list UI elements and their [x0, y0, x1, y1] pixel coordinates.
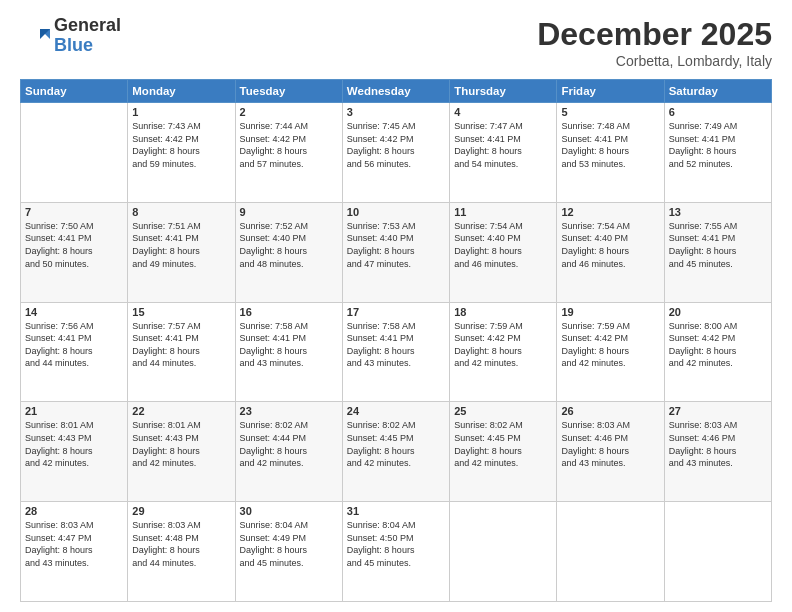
cell-content: Sunrise: 7:59 AM Sunset: 4:42 PM Dayligh…	[561, 320, 659, 370]
day-number: 26	[561, 405, 659, 417]
col-wednesday: Wednesday	[342, 80, 449, 103]
day-number: 1	[132, 106, 230, 118]
table-row: 31Sunrise: 8:04 AM Sunset: 4:50 PM Dayli…	[342, 502, 449, 602]
day-number: 20	[669, 306, 767, 318]
cell-content: Sunrise: 7:49 AM Sunset: 4:41 PM Dayligh…	[669, 120, 767, 170]
day-number: 22	[132, 405, 230, 417]
table-row: 28Sunrise: 8:03 AM Sunset: 4:47 PM Dayli…	[21, 502, 128, 602]
logo-blue: Blue	[54, 36, 121, 56]
cell-content: Sunrise: 7:56 AM Sunset: 4:41 PM Dayligh…	[25, 320, 123, 370]
cell-content: Sunrise: 8:04 AM Sunset: 4:49 PM Dayligh…	[240, 519, 338, 569]
cell-content: Sunrise: 7:57 AM Sunset: 4:41 PM Dayligh…	[132, 320, 230, 370]
svg-rect-0	[20, 21, 50, 51]
page-header: General Blue December 2025 Corbetta, Lom…	[20, 16, 772, 69]
table-row: 9Sunrise: 7:52 AM Sunset: 4:40 PM Daylig…	[235, 202, 342, 302]
calendar-week-row: 21Sunrise: 8:01 AM Sunset: 4:43 PM Dayli…	[21, 402, 772, 502]
table-row	[21, 103, 128, 203]
day-number: 15	[132, 306, 230, 318]
table-row: 20Sunrise: 8:00 AM Sunset: 4:42 PM Dayli…	[664, 302, 771, 402]
cell-content: Sunrise: 8:03 AM Sunset: 4:48 PM Dayligh…	[132, 519, 230, 569]
table-row: 2Sunrise: 7:44 AM Sunset: 4:42 PM Daylig…	[235, 103, 342, 203]
day-number: 10	[347, 206, 445, 218]
table-row: 30Sunrise: 8:04 AM Sunset: 4:49 PM Dayli…	[235, 502, 342, 602]
table-row: 3Sunrise: 7:45 AM Sunset: 4:42 PM Daylig…	[342, 103, 449, 203]
day-number: 4	[454, 106, 552, 118]
table-row	[557, 502, 664, 602]
table-row: 7Sunrise: 7:50 AM Sunset: 4:41 PM Daylig…	[21, 202, 128, 302]
table-row: 1Sunrise: 7:43 AM Sunset: 4:42 PM Daylig…	[128, 103, 235, 203]
day-number: 30	[240, 505, 338, 517]
day-number: 19	[561, 306, 659, 318]
table-row: 12Sunrise: 7:54 AM Sunset: 4:40 PM Dayli…	[557, 202, 664, 302]
day-number: 12	[561, 206, 659, 218]
table-row: 19Sunrise: 7:59 AM Sunset: 4:42 PM Dayli…	[557, 302, 664, 402]
cell-content: Sunrise: 7:51 AM Sunset: 4:41 PM Dayligh…	[132, 220, 230, 270]
calendar-week-row: 14Sunrise: 7:56 AM Sunset: 4:41 PM Dayli…	[21, 302, 772, 402]
cell-content: Sunrise: 7:52 AM Sunset: 4:40 PM Dayligh…	[240, 220, 338, 270]
cell-content: Sunrise: 8:02 AM Sunset: 4:45 PM Dayligh…	[347, 419, 445, 469]
cell-content: Sunrise: 7:54 AM Sunset: 4:40 PM Dayligh…	[454, 220, 552, 270]
day-number: 14	[25, 306, 123, 318]
calendar-table: Sunday Monday Tuesday Wednesday Thursday…	[20, 79, 772, 602]
cell-content: Sunrise: 7:53 AM Sunset: 4:40 PM Dayligh…	[347, 220, 445, 270]
month-title: December 2025	[537, 16, 772, 53]
cell-content: Sunrise: 8:04 AM Sunset: 4:50 PM Dayligh…	[347, 519, 445, 569]
cell-content: Sunrise: 7:58 AM Sunset: 4:41 PM Dayligh…	[347, 320, 445, 370]
table-row: 5Sunrise: 7:48 AM Sunset: 4:41 PM Daylig…	[557, 103, 664, 203]
table-row: 10Sunrise: 7:53 AM Sunset: 4:40 PM Dayli…	[342, 202, 449, 302]
day-number: 25	[454, 405, 552, 417]
day-number: 9	[240, 206, 338, 218]
logo-icon	[20, 21, 50, 51]
calendar-header-row: Sunday Monday Tuesday Wednesday Thursday…	[21, 80, 772, 103]
logo-text: General Blue	[54, 16, 121, 56]
day-number: 29	[132, 505, 230, 517]
table-row: 27Sunrise: 8:03 AM Sunset: 4:46 PM Dayli…	[664, 402, 771, 502]
day-number: 5	[561, 106, 659, 118]
cell-content: Sunrise: 7:55 AM Sunset: 4:41 PM Dayligh…	[669, 220, 767, 270]
cell-content: Sunrise: 8:02 AM Sunset: 4:45 PM Dayligh…	[454, 419, 552, 469]
day-number: 13	[669, 206, 767, 218]
calendar-week-row: 28Sunrise: 8:03 AM Sunset: 4:47 PM Dayli…	[21, 502, 772, 602]
cell-content: Sunrise: 7:44 AM Sunset: 4:42 PM Dayligh…	[240, 120, 338, 170]
cell-content: Sunrise: 7:50 AM Sunset: 4:41 PM Dayligh…	[25, 220, 123, 270]
calendar-week-row: 7Sunrise: 7:50 AM Sunset: 4:41 PM Daylig…	[21, 202, 772, 302]
logo-general: General	[54, 16, 121, 36]
table-row: 15Sunrise: 7:57 AM Sunset: 4:41 PM Dayli…	[128, 302, 235, 402]
location: Corbetta, Lombardy, Italy	[537, 53, 772, 69]
cell-content: Sunrise: 8:01 AM Sunset: 4:43 PM Dayligh…	[25, 419, 123, 469]
day-number: 23	[240, 405, 338, 417]
cell-content: Sunrise: 7:47 AM Sunset: 4:41 PM Dayligh…	[454, 120, 552, 170]
day-number: 24	[347, 405, 445, 417]
table-row: 23Sunrise: 8:02 AM Sunset: 4:44 PM Dayli…	[235, 402, 342, 502]
cell-content: Sunrise: 7:43 AM Sunset: 4:42 PM Dayligh…	[132, 120, 230, 170]
logo: General Blue	[20, 16, 121, 56]
table-row	[664, 502, 771, 602]
table-row: 22Sunrise: 8:01 AM Sunset: 4:43 PM Dayli…	[128, 402, 235, 502]
cell-content: Sunrise: 8:01 AM Sunset: 4:43 PM Dayligh…	[132, 419, 230, 469]
col-thursday: Thursday	[450, 80, 557, 103]
cell-content: Sunrise: 7:45 AM Sunset: 4:42 PM Dayligh…	[347, 120, 445, 170]
day-number: 28	[25, 505, 123, 517]
cell-content: Sunrise: 7:48 AM Sunset: 4:41 PM Dayligh…	[561, 120, 659, 170]
col-tuesday: Tuesday	[235, 80, 342, 103]
day-number: 16	[240, 306, 338, 318]
table-row: 4Sunrise: 7:47 AM Sunset: 4:41 PM Daylig…	[450, 103, 557, 203]
cell-content: Sunrise: 8:02 AM Sunset: 4:44 PM Dayligh…	[240, 419, 338, 469]
day-number: 21	[25, 405, 123, 417]
table-row: 25Sunrise: 8:02 AM Sunset: 4:45 PM Dayli…	[450, 402, 557, 502]
day-number: 3	[347, 106, 445, 118]
cell-content: Sunrise: 8:00 AM Sunset: 4:42 PM Dayligh…	[669, 320, 767, 370]
day-number: 27	[669, 405, 767, 417]
table-row: 6Sunrise: 7:49 AM Sunset: 4:41 PM Daylig…	[664, 103, 771, 203]
day-number: 2	[240, 106, 338, 118]
table-row: 14Sunrise: 7:56 AM Sunset: 4:41 PM Dayli…	[21, 302, 128, 402]
table-row: 17Sunrise: 7:58 AM Sunset: 4:41 PM Dayli…	[342, 302, 449, 402]
table-row: 18Sunrise: 7:59 AM Sunset: 4:42 PM Dayli…	[450, 302, 557, 402]
day-number: 18	[454, 306, 552, 318]
day-number: 7	[25, 206, 123, 218]
title-block: December 2025 Corbetta, Lombardy, Italy	[537, 16, 772, 69]
table-row: 16Sunrise: 7:58 AM Sunset: 4:41 PM Dayli…	[235, 302, 342, 402]
cell-content: Sunrise: 8:03 AM Sunset: 4:46 PM Dayligh…	[669, 419, 767, 469]
col-monday: Monday	[128, 80, 235, 103]
col-sunday: Sunday	[21, 80, 128, 103]
